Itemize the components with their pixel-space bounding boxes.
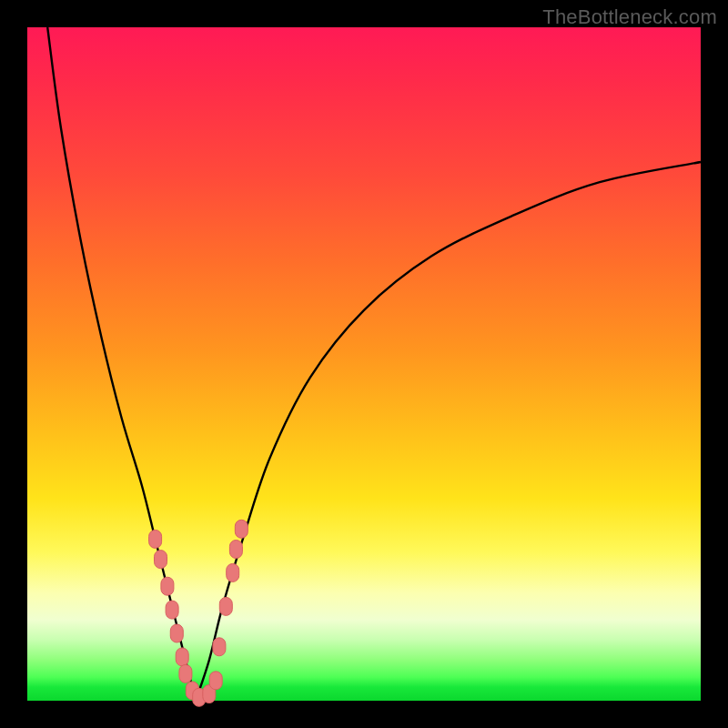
marker <box>219 597 232 615</box>
marker <box>229 541 242 559</box>
marker <box>227 563 239 581</box>
marker <box>209 672 222 690</box>
curve-left <box>47 27 196 701</box>
plot-area <box>27 27 701 701</box>
marker <box>149 530 162 548</box>
marker <box>235 520 248 538</box>
marker <box>170 624 183 642</box>
marker <box>179 664 192 682</box>
curve-right <box>196 162 701 701</box>
marker <box>166 601 178 619</box>
marker <box>213 638 226 656</box>
marker <box>155 551 167 569</box>
chart-frame: TheBottleneck.com <box>0 0 728 728</box>
marker <box>161 577 174 595</box>
data-markers <box>149 520 248 706</box>
watermark-text: TheBottleneck.com <box>542 5 717 29</box>
marker <box>176 648 188 666</box>
curve-layer <box>27 27 701 701</box>
